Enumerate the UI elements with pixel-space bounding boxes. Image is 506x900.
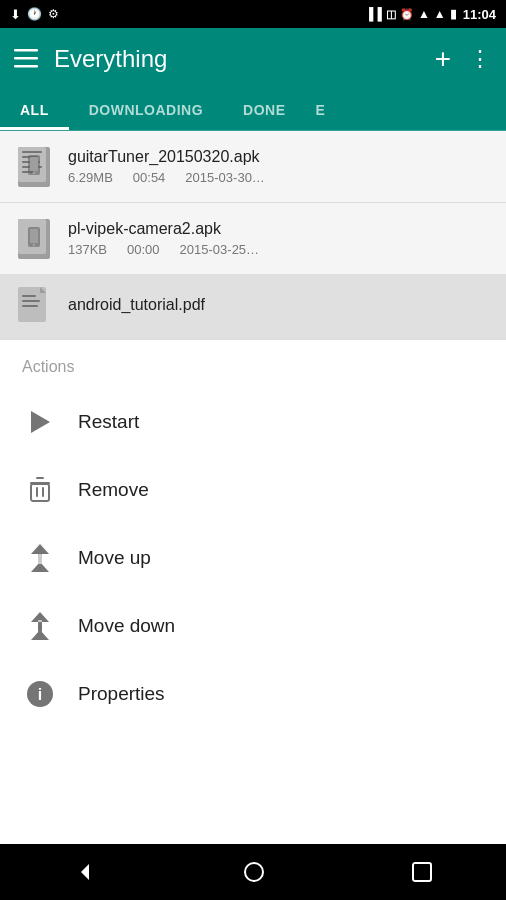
file-duration: 00:54 bbox=[133, 170, 166, 185]
svg-text:i: i bbox=[38, 686, 42, 703]
file-duration: 00:00 bbox=[127, 242, 160, 257]
signal-strength-icon: ▲ bbox=[434, 7, 446, 21]
svg-rect-22 bbox=[22, 305, 38, 307]
file-list: guitarTuner_20150320.apk 6.29MB 00:54 20… bbox=[0, 131, 506, 340]
status-bar: ⬇ 🕐 ⚙ ▐▐ ◫ ⏰ ▲ ▲ ▮ 11:04 bbox=[0, 0, 506, 28]
time-display: 11:04 bbox=[463, 7, 496, 22]
file-size: 137KB bbox=[68, 242, 107, 257]
tab-overflow: E bbox=[306, 90, 335, 130]
svg-rect-1 bbox=[14, 57, 38, 60]
more-options-button[interactable]: ⋮ bbox=[469, 46, 492, 72]
svg-rect-5 bbox=[22, 151, 42, 153]
android-icon: ⚙ bbox=[48, 7, 59, 21]
file-item[interactable]: pl-vipek-camera2.apk 137KB 00:00 2015-03… bbox=[0, 203, 506, 275]
action-restart-label: Restart bbox=[78, 411, 139, 433]
svg-point-12 bbox=[33, 171, 36, 174]
file-item-pdf[interactable]: android_tutorial.pdf bbox=[0, 275, 506, 340]
recents-button[interactable] bbox=[411, 861, 433, 883]
file-item[interactable]: guitarTuner_20150320.apk 6.29MB 00:54 20… bbox=[0, 131, 506, 203]
svg-rect-2 bbox=[14, 65, 38, 68]
svg-rect-0 bbox=[14, 49, 38, 52]
action-properties[interactable]: i Properties bbox=[0, 660, 506, 728]
tabs: ALL DOWNLOADING DONE E bbox=[0, 90, 506, 131]
battery-icon: ▮ bbox=[450, 7, 457, 21]
svg-rect-27 bbox=[36, 487, 38, 497]
toolbar-actions: + ⋮ bbox=[435, 43, 492, 75]
svg-marker-39 bbox=[81, 864, 89, 880]
back-button[interactable] bbox=[73, 860, 97, 884]
svg-rect-25 bbox=[36, 477, 44, 479]
file-name: android_tutorial.pdf bbox=[68, 296, 492, 314]
status-bar-right: ▐▐ ◫ ⏰ ▲ ▲ ▮ 11:04 bbox=[365, 7, 496, 22]
app-title: Everything bbox=[54, 45, 435, 73]
move-down-icon bbox=[22, 608, 58, 644]
svg-rect-16 bbox=[30, 229, 38, 243]
file-name: pl-vipek-camera2.apk bbox=[68, 220, 492, 238]
status-bar-left: ⬇ 🕐 ⚙ bbox=[10, 7, 59, 22]
file-name: guitarTuner_20150320.apk bbox=[68, 148, 492, 166]
svg-rect-26 bbox=[31, 484, 49, 501]
file-info: pl-vipek-camera2.apk 137KB 00:00 2015-03… bbox=[68, 220, 492, 257]
svg-rect-32 bbox=[38, 554, 42, 564]
home-button[interactable] bbox=[242, 860, 266, 884]
file-icon-apk2 bbox=[14, 219, 54, 259]
toolbar: Everything + ⋮ bbox=[0, 28, 506, 90]
tab-downloading[interactable]: DOWNLOADING bbox=[69, 90, 223, 130]
file-info: android_tutorial.pdf bbox=[68, 296, 492, 318]
action-remove-label: Remove bbox=[78, 479, 149, 501]
svg-rect-36 bbox=[38, 622, 42, 632]
action-move-down-label: Move down bbox=[78, 615, 175, 637]
wifi-icon: ▲ bbox=[418, 7, 430, 21]
svg-point-17 bbox=[33, 243, 36, 246]
file-icon-apk bbox=[14, 147, 54, 187]
file-date: 2015-03-30… bbox=[185, 170, 265, 185]
download-icon: ⬇ bbox=[10, 7, 21, 22]
bottom-nav bbox=[0, 844, 506, 900]
tab-done[interactable]: DONE bbox=[223, 90, 305, 130]
svg-point-40 bbox=[245, 863, 263, 881]
file-size: 6.29MB bbox=[68, 170, 113, 185]
move-up-icon bbox=[22, 540, 58, 576]
info-icon: i bbox=[22, 676, 58, 712]
action-move-up-label: Move up bbox=[78, 547, 151, 569]
file-meta: 137KB 00:00 2015-03-25… bbox=[68, 242, 492, 257]
action-remove[interactable]: Remove bbox=[0, 456, 506, 524]
play-icon bbox=[22, 404, 58, 440]
actions-title: Actions bbox=[0, 340, 506, 388]
file-icon-pdf bbox=[14, 287, 54, 327]
svg-rect-41 bbox=[413, 863, 431, 881]
menu-icon[interactable] bbox=[14, 49, 38, 69]
file-meta: 6.29MB 00:54 2015-03-30… bbox=[68, 170, 492, 185]
svg-rect-28 bbox=[42, 487, 44, 497]
file-date: 2015-03-25… bbox=[180, 242, 260, 257]
svg-rect-20 bbox=[22, 295, 36, 297]
tab-all[interactable]: ALL bbox=[0, 90, 69, 130]
signal-icon: ▐▐ bbox=[365, 7, 382, 21]
svg-rect-21 bbox=[22, 300, 40, 302]
alarm-icon: ⏰ bbox=[400, 8, 414, 21]
action-restart[interactable]: Restart bbox=[0, 388, 506, 456]
action-properties-label: Properties bbox=[78, 683, 165, 705]
svg-marker-23 bbox=[31, 411, 50, 433]
file-info: guitarTuner_20150320.apk 6.29MB 00:54 20… bbox=[68, 148, 492, 185]
action-move-up[interactable]: Move up bbox=[0, 524, 506, 592]
clock-icon: 🕐 bbox=[27, 7, 42, 21]
vibrate-icon: ◫ bbox=[386, 8, 396, 21]
action-move-down[interactable]: Move down bbox=[0, 592, 506, 660]
add-button[interactable]: + bbox=[435, 43, 451, 75]
actions-panel: Actions Restart Remove bbox=[0, 340, 506, 728]
svg-rect-11 bbox=[30, 157, 38, 171]
trash-icon bbox=[22, 472, 58, 508]
